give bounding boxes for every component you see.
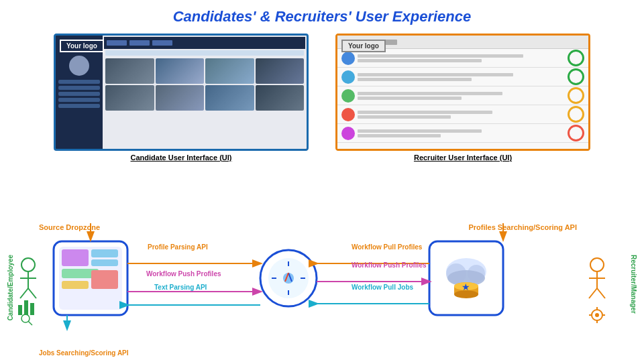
svg-line-37 — [589, 288, 597, 298]
svg-point-34 — [590, 258, 604, 272]
workflow-push-left-label: Workflow Push Profiles — [146, 270, 221, 278]
recruiter-mockup-content — [337, 36, 588, 149]
candidate-avatar-3 — [341, 89, 355, 103]
text-line-7 — [358, 111, 492, 114]
recruiter-person-group — [589, 258, 605, 323]
candidate-nav — [104, 37, 305, 49]
text-line-5 — [358, 92, 502, 95]
candidate-info-4 — [358, 111, 565, 119]
sidebar-item-5 — [58, 104, 100, 108]
candidate-filter-bar — [105, 50, 304, 56]
candidate-person-group — [18, 258, 36, 325]
workflow-pull-profiles-label: Workflow Pull Profiles — [352, 243, 422, 251]
text-line-8 — [358, 115, 451, 119]
candidate-avatar-2 — [341, 70, 355, 84]
profile-parsing-label: Profile Parsing API — [148, 243, 208, 251]
svg-rect-13 — [91, 259, 118, 266]
workflow-push-right-label: Workflow Push Profiles — [352, 261, 427, 269]
text-line-3 — [358, 73, 513, 76]
job-card-8 — [256, 85, 305, 111]
svg-rect-15 — [62, 281, 89, 289]
candidate-info-1 — [358, 54, 565, 62]
svg-rect-16 — [91, 270, 118, 289]
svg-rect-7 — [30, 303, 34, 315]
candidate-avatar — [69, 56, 89, 76]
text-line-9 — [358, 129, 482, 133]
job-card-7 — [205, 85, 254, 111]
recruiter-ui-label: Recruiter User Interface (UI) — [335, 154, 590, 162]
candidate-info-2 — [358, 73, 565, 81]
text-line-1 — [358, 54, 523, 58]
job-card-1 — [105, 58, 154, 84]
job-card-4 — [256, 58, 305, 84]
recruiter-ui-mockup: Your logo — [335, 34, 590, 151]
svg-rect-11 — [62, 249, 89, 266]
svg-rect-6 — [24, 300, 28, 315]
score-2 — [568, 68, 584, 85]
candidate-row-3 — [337, 86, 588, 105]
candidate-avatar-4 — [341, 108, 355, 121]
top-section: Your logo — [0, 34, 644, 164]
candidate-ui-mockup: Your logo — [54, 34, 309, 151]
sidebar-item-4 — [58, 98, 100, 102]
job-card-5 — [105, 85, 154, 111]
text-line-6 — [358, 97, 462, 100]
candidate-logo-badge: Your logo — [60, 40, 104, 52]
job-card-3 — [205, 58, 254, 84]
sidebar-item-2 — [58, 86, 100, 90]
candidate-row-5 — [337, 124, 588, 143]
candidate-main-content — [103, 36, 307, 149]
svg-point-0 — [21, 258, 35, 272]
candidate-mockup-content — [56, 36, 307, 149]
candidate-sidebar — [56, 36, 103, 149]
nav-item-2 — [129, 40, 150, 46]
svg-point-40 — [595, 313, 599, 317]
workflow-pull-jobs-label: Workflow Pull Jobs — [352, 284, 413, 291]
workflow-svg: ★ — [0, 218, 644, 362]
svg-rect-12 — [91, 249, 118, 257]
candidate-ui-panel: Your logo — [54, 34, 309, 164]
svg-line-38 — [597, 288, 605, 298]
svg-line-9 — [28, 321, 32, 325]
svg-line-4 — [28, 288, 36, 298]
candidate-row-4 — [337, 105, 588, 124]
job-card-2 — [156, 58, 205, 84]
workflow-section: Source Dropzone Profiles Searching/Scori… — [0, 218, 644, 362]
candidate-jobs-grid — [104, 57, 305, 112]
text-line-4 — [358, 78, 472, 81]
score-5 — [568, 125, 584, 141]
score-4 — [568, 106, 584, 123]
candidate-row-2 — [337, 68, 588, 86]
recruiter-ui-panel: Your logo — [335, 34, 590, 164]
sidebar-item-1 — [58, 80, 100, 84]
job-card-6 — [156, 85, 205, 111]
score-1 — [568, 50, 584, 66]
text-parsing-label: Text Parsing API — [154, 284, 207, 291]
score-3 — [568, 87, 584, 104]
recruiter-logo-badge: Your logo — [341, 40, 386, 52]
sidebar-item-3 — [58, 92, 100, 96]
svg-text:★: ★ — [462, 282, 470, 292]
candidate-info-3 — [358, 92, 565, 100]
candidate-avatar-5 — [341, 127, 355, 140]
svg-rect-5 — [18, 305, 22, 315]
candidate-info-5 — [358, 129, 565, 137]
nav-item-1 — [107, 40, 127, 46]
page-title: Candidates' & Recruiters' User Experienc… — [0, 0, 644, 31]
candidate-avatar-1 — [341, 52, 355, 65]
candidate-ui-label: Candidate User Interface (UI) — [54, 154, 309, 162]
text-line-10 — [358, 134, 441, 137]
svg-line-3 — [20, 288, 28, 298]
text-line-2 — [358, 59, 482, 62]
nav-item-3 — [152, 40, 172, 46]
